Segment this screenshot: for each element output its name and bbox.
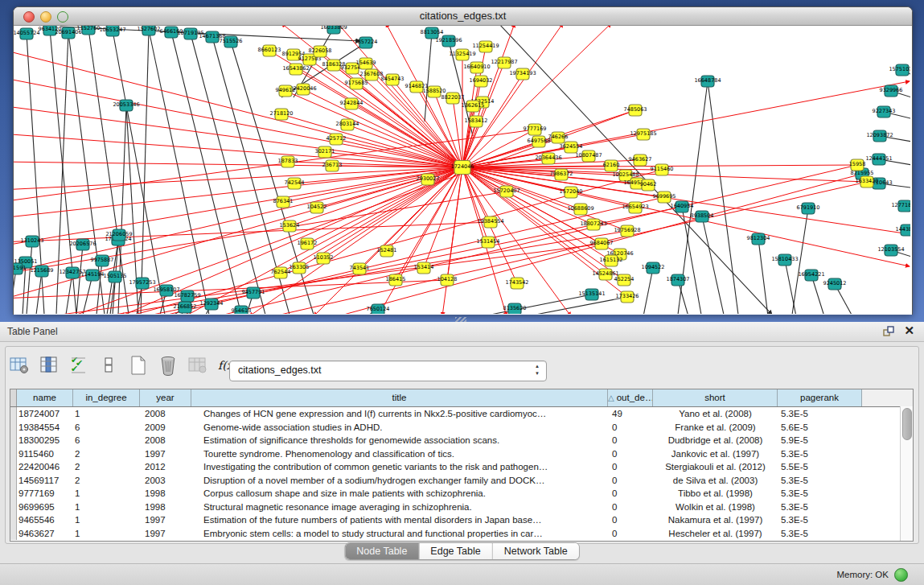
- column-header-year[interactable]: year: [140, 389, 191, 406]
- cell-short[interactable]: Hescheler et al. (1997): [653, 527, 778, 541]
- column-header-in_degree[interactable]: in_degree: [73, 389, 140, 406]
- cell-name[interactable]: 9465546: [17, 513, 73, 527]
- cell-in_degree[interactable]: 1: [73, 407, 140, 421]
- cell-out_de[interactable]: 0: [608, 434, 653, 447]
- cell-year[interactable]: 1998: [140, 487, 191, 501]
- tab-node-table[interactable]: Node Table: [345, 543, 419, 559]
- cell-in_degree[interactable]: 1: [73, 501, 140, 514]
- cell-out_de[interactable]: 0: [608, 501, 653, 514]
- cell-short[interactable]: Franke et al. (2009): [653, 421, 778, 435]
- column-header-pagerank[interactable]: pagerank: [778, 389, 862, 406]
- table-source-select[interactable]: citations_edges.txt ▲▼: [229, 360, 547, 381]
- cell-pagerank[interactable]: 5.3E-5: [778, 501, 862, 514]
- cell-title[interactable]: Changes of HCN gene expression and I(f) …: [191, 407, 608, 421]
- cell-title[interactable]: Investigating the contribution of common…: [191, 460, 608, 474]
- cell-name[interactable]: 14569117: [17, 474, 73, 488]
- cell-pagerank[interactable]: 5.3E-5: [778, 487, 862, 501]
- cell-year[interactable]: 1998: [140, 501, 191, 514]
- cell-out_de[interactable]: 49: [608, 407, 653, 421]
- cell-year[interactable]: 2008: [140, 407, 191, 421]
- new-attribute-icon[interactable]: [127, 354, 150, 377]
- table-row[interactable]: 1456911722003Disruption of a novel membe…: [10, 474, 913, 488]
- cell-in_degree[interactable]: 2: [73, 460, 140, 474]
- cell-out_de[interactable]: 0: [608, 421, 653, 435]
- cell-title[interactable]: Tourette syndrome. Phenomenology and cla…: [191, 447, 608, 461]
- cell-name[interactable]: 9699695: [17, 501, 73, 514]
- cell-in_degree[interactable]: 1: [73, 527, 140, 541]
- cell-in_degree[interactable]: 6: [73, 434, 140, 447]
- cell-name[interactable]: 19384554: [17, 421, 73, 435]
- network-canvas[interactable]: 1724046293002714055724963412020691406115…: [14, 26, 910, 314]
- cell-title[interactable]: Corpus callosum shape and size in male p…: [191, 487, 608, 501]
- cell-short[interactable]: Stergiakouli et al. (2012): [653, 460, 778, 474]
- table-row[interactable]: 2242004622012Investigating the contribut…: [10, 460, 913, 474]
- cell-pagerank[interactable]: 5.3E-5: [778, 513, 862, 527]
- close-panel-icon[interactable]: ✕: [904, 323, 914, 338]
- table-row[interactable]: 977716911998Corpus callosum shape and si…: [10, 487, 913, 501]
- cell-in_degree[interactable]: 2: [73, 447, 140, 461]
- cell-year[interactable]: 2009: [140, 421, 191, 435]
- cell-title[interactable]: Structural magnetic resonance image aver…: [191, 501, 608, 514]
- table-scrollbar-thumb[interactable]: [902, 408, 912, 440]
- cell-short[interactable]: Wolkin et al. (1998): [653, 501, 778, 514]
- cell-name[interactable]: 18300295: [17, 434, 73, 447]
- table-row[interactable]: 946362711997Embryonic stem cells: a mode…: [10, 527, 913, 541]
- cell-out_de[interactable]: 0: [608, 474, 653, 488]
- delete-attribute-icon[interactable]: [157, 354, 179, 377]
- table-row[interactable]: 946554611997Estimation of the future num…: [10, 513, 913, 527]
- table-row[interactable]: 1830029562008Estimation of significance …: [10, 434, 913, 447]
- cell-year[interactable]: 1997: [140, 447, 191, 461]
- cell-title[interactable]: Disruption of a novel member of a sodium…: [191, 474, 608, 488]
- cell-name[interactable]: 9463627: [17, 527, 73, 541]
- cell-title[interactable]: Genome-wide association studies in ADHD.: [191, 421, 608, 435]
- float-panel-icon[interactable]: [882, 325, 895, 338]
- row-selection-icon[interactable]: ✔✔✔: [68, 354, 90, 377]
- table-options-icon[interactable]: [8, 354, 31, 377]
- cell-name[interactable]: 9777169: [17, 487, 73, 501]
- cell-pagerank[interactable]: 5.5E-5: [778, 460, 862, 474]
- cell-name[interactable]: 18724007: [17, 407, 73, 421]
- cell-out_de[interactable]: 0: [608, 513, 653, 527]
- cell-out_de[interactable]: 0: [608, 487, 653, 501]
- table-row[interactable]: 911546021997Tourette syndrome. Phenomeno…: [10, 447, 913, 461]
- column-header-out_de[interactable]: △out_de…: [608, 389, 653, 406]
- cell-in_degree[interactable]: 1: [73, 487, 140, 501]
- cell-name[interactable]: 9115460: [17, 447, 73, 461]
- tab-network-table[interactable]: Network Table: [493, 543, 579, 559]
- cell-in_degree[interactable]: 6: [73, 421, 140, 435]
- cell-short[interactable]: Dudbridge et al. (2008): [653, 434, 778, 447]
- cell-short[interactable]: Jankovic et al. (1997): [653, 447, 778, 461]
- cell-pagerank[interactable]: 5.3E-5: [778, 527, 862, 541]
- import-table-icon[interactable]: [187, 354, 209, 377]
- cell-out_de[interactable]: 0: [608, 527, 653, 541]
- cell-year[interactable]: 1997: [140, 513, 191, 527]
- column-header-short[interactable]: short: [653, 389, 778, 406]
- cell-pagerank[interactable]: 5.9E-5: [778, 434, 862, 447]
- cell-short[interactable]: Tibbo et al. (1998): [653, 487, 778, 501]
- cell-title[interactable]: Estimation of the future numbers of pati…: [191, 513, 608, 527]
- cell-year[interactable]: 2003: [140, 474, 191, 488]
- cell-pagerank[interactable]: 5.3E-5: [778, 474, 862, 488]
- cell-title[interactable]: Estimation of significance thresholds fo…: [191, 434, 608, 447]
- cell-year[interactable]: 2012: [140, 460, 191, 474]
- cell-in_degree[interactable]: 2: [73, 474, 140, 488]
- cell-name[interactable]: 22420046: [17, 460, 73, 474]
- cell-out_de[interactable]: 0: [608, 460, 653, 474]
- tab-edge-table[interactable]: Edge Table: [419, 543, 492, 559]
- cell-short[interactable]: Nakamura et al. (1997): [653, 513, 778, 527]
- cell-pagerank[interactable]: 5.3E-5: [778, 407, 862, 421]
- table-row[interactable]: 1938455462009Genome-wide association stu…: [10, 421, 913, 435]
- cell-short[interactable]: de Silva et al. (2003): [653, 474, 778, 488]
- cell-year[interactable]: 1997: [140, 527, 191, 541]
- table-scrollbar[interactable]: [900, 406, 913, 541]
- column-visibility-icon[interactable]: [38, 354, 60, 377]
- column-header-title[interactable]: title: [191, 389, 608, 406]
- table-row[interactable]: 1872400712008Changes of HCN gene express…: [10, 407, 913, 421]
- window-titlebar[interactable]: citations_edges.txt: [14, 7, 912, 26]
- table-row[interactable]: 969969511998Structural magnetic resonanc…: [10, 501, 913, 514]
- row-height-icon[interactable]: [97, 354, 120, 377]
- cell-title[interactable]: Embryonic stem cells: a model to study s…: [191, 527, 608, 541]
- cell-pagerank[interactable]: 5.3E-5: [778, 447, 862, 461]
- cell-out_de[interactable]: 0: [608, 447, 653, 461]
- cell-year[interactable]: 2008: [140, 434, 191, 447]
